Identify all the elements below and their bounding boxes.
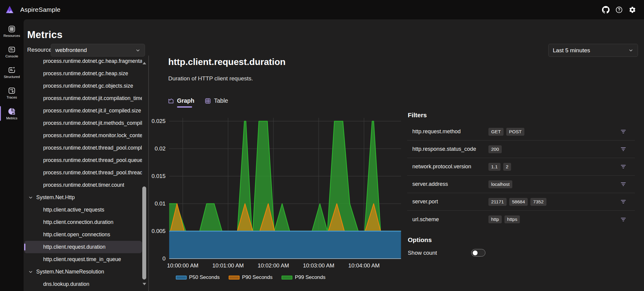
- legend-item[interactable]: P99 Seconds: [282, 274, 325, 280]
- sidebar-item-metrics[interactable]: Metrics: [0, 105, 24, 122]
- sidebar-item-resources[interactable]: Resources: [0, 23, 24, 39]
- metric-group-row[interactable]: System.Net.Http: [24, 191, 142, 204]
- scrollbar-down-arrow[interactable]: [143, 283, 146, 285]
- metric-item-row[interactable]: process.runtime.dotnet.gc.objects.size: [24, 80, 142, 92]
- metric-label: process.runtime.dotnet.thread_pool.compl…: [43, 145, 142, 151]
- filter-icon[interactable]: [620, 163, 626, 170]
- metrics-chart: 00.0050.010.0150.020.02510:00:00 AM10:01…: [151, 117, 404, 270]
- chart-legend: P50 SecondsP90 SecondsP99 Seconds: [176, 274, 325, 280]
- tab-table[interactable]: Table: [204, 97, 228, 108]
- svg-text:0.01: 0.01: [155, 200, 166, 207]
- svg-text:0.005: 0.005: [152, 228, 166, 234]
- filter-icon[interactable]: [620, 146, 626, 152]
- metric-label: http.client.connection.duration: [43, 219, 114, 225]
- metric-item-row[interactable]: process.runtime.dotnet.timer.count: [24, 179, 142, 191]
- sidebar-item-traces[interactable]: Traces: [0, 85, 24, 101]
- tab-graph[interactable]: Graph: [168, 97, 194, 108]
- metric-item-row[interactable]: process.runtime.dotnet.jit.methods_compi…: [24, 117, 142, 129]
- metric-item-row[interactable]: process.runtime.dotnet.monitor.lock_cont…: [24, 129, 142, 142]
- metric-item-row[interactable]: http.client.request.time_in_queue: [24, 253, 142, 266]
- filter-value-badge: GET: [488, 128, 504, 136]
- svg-text:10:02:00 AM: 10:02:00 AM: [258, 262, 289, 269]
- filter-values: GETPOST: [488, 128, 524, 136]
- filter-icon[interactable]: [620, 181, 626, 187]
- resources-icon: [8, 25, 16, 33]
- filter-row: server.port21171586847352: [407, 193, 635, 211]
- metric-label: System.Net.Http: [36, 194, 75, 201]
- metric-label: http.client.request.time_in_queue: [43, 256, 121, 263]
- legend-label: P50 Seconds: [189, 274, 220, 280]
- sidebar-item-console[interactable]: Console: [0, 44, 24, 60]
- metric-item-row[interactable]: process.runtime.dotnet.thread_pool.threa…: [24, 167, 142, 179]
- filter-icon[interactable]: [620, 199, 626, 205]
- resource-select[interactable]: webfrontend: [51, 44, 145, 57]
- filter-value-badge: 7352: [530, 198, 546, 206]
- main-panel: Metrics Resource webfrontend Last 5 minu…: [24, 19, 644, 291]
- filter-label: url.scheme: [412, 216, 488, 223]
- metric-label: System.Net.NameResolution: [36, 269, 104, 275]
- help-icon[interactable]: [615, 6, 623, 14]
- filter-value-badge: localhost: [488, 180, 512, 188]
- svg-text:0: 0: [163, 255, 166, 262]
- metric-item-row[interactable]: process.runtime.dotnet.gc.heap.size: [24, 67, 142, 80]
- legend-swatch: [282, 276, 292, 280]
- metric-item-row[interactable]: http.client.connection.duration: [24, 216, 142, 228]
- metric-item-row[interactable]: http.client.active_requests: [24, 204, 142, 216]
- svg-text:0.02: 0.02: [155, 145, 166, 152]
- brand: AspireSample: [0, 5, 60, 14]
- legend-item[interactable]: P90 Seconds: [229, 274, 272, 280]
- scrollbar-thumb[interactable]: [142, 186, 146, 280]
- legend-item[interactable]: P50 Seconds: [176, 274, 220, 280]
- metric-item-row[interactable]: process.runtime.dotnet.jit.il_compiled.s…: [24, 105, 142, 117]
- svg-text:10:01:00 AM: 10:01:00 AM: [212, 262, 244, 269]
- filters-panel: Filters http.request.methodGETPOSThttp.r…: [407, 112, 635, 228]
- tab-label: Table: [214, 97, 228, 104]
- metric-item-row[interactable]: dns.lookup.duration: [24, 278, 142, 290]
- sidebar-item-label: Traces: [7, 95, 17, 99]
- legend-swatch: [176, 276, 187, 280]
- svg-text:10:03:00 AM: 10:03:00 AM: [303, 262, 334, 269]
- filter-values: 200: [488, 145, 502, 153]
- metric-label: process.runtime.dotnet.jit.il_compiled.s…: [43, 108, 141, 114]
- metric-group-row[interactable]: System.Net.NameResolution: [24, 266, 142, 278]
- show-count-toggle[interactable]: [471, 249, 485, 257]
- svg-text:0.025: 0.025: [152, 118, 166, 124]
- sidebar-item-label: Resources: [4, 34, 20, 37]
- graph-icon: [168, 98, 174, 104]
- scrollbar-up-arrow[interactable]: [143, 62, 146, 64]
- filter-label: server.port: [412, 199, 488, 205]
- chevron-down-icon: [628, 48, 633, 53]
- sidebar-item-label: Metrics: [6, 116, 17, 120]
- time-range-select[interactable]: Last 5 minutes: [548, 44, 638, 57]
- topbar: AspireSample: [0, 0, 644, 19]
- metric-item-row[interactable]: process.runtime.dotnet.gc.heap.fragmenta…: [24, 55, 142, 67]
- metric-label: process.runtime.dotnet.jit.methods_compi…: [43, 120, 142, 126]
- metric-item-row[interactable]: process.runtime.dotnet.jit.compilation_t…: [24, 92, 142, 105]
- sidebar-item-label: Structured: [4, 75, 20, 79]
- svg-text:10:04:00 AM: 10:04:00 AM: [348, 262, 380, 269]
- settings-icon[interactable]: [628, 6, 636, 14]
- filter-label: network.protocol.version: [412, 163, 488, 170]
- metric-label: process.runtime.dotnet.gc.objects.size: [43, 83, 133, 89]
- sidebar-item-structured[interactable]: Structured: [0, 64, 24, 80]
- metrics-icon: [8, 107, 16, 115]
- github-icon[interactable]: [602, 6, 610, 14]
- table-icon: [204, 98, 211, 104]
- filter-icon[interactable]: [620, 128, 626, 135]
- chart-canvas: 00.0050.010.0150.020.02510:00:00 AM10:01…: [151, 117, 404, 270]
- legend-swatch: [229, 276, 240, 280]
- page-title: Metrics: [27, 29, 63, 40]
- metric-item-row[interactable]: http.client.request.duration: [24, 241, 142, 253]
- filter-icon[interactable]: [620, 216, 626, 223]
- metric-item-row[interactable]: http.client.open_connections: [24, 228, 142, 241]
- filter-value-badge: 2: [503, 163, 511, 171]
- chart-subtitle: Duration of HTTP client requests.: [168, 75, 253, 82]
- metric-label: http.client.open_connections: [43, 231, 110, 238]
- metric-item-row[interactable]: process.runtime.dotnet.thread_pool.compl…: [24, 142, 142, 154]
- metric-item-row[interactable]: process.runtime.dotnet.thread_pool.queue…: [24, 154, 142, 167]
- metric-label: dns.lookup.duration: [43, 281, 89, 287]
- time-range-value: Last 5 minutes: [553, 47, 590, 54]
- app-title: AspireSample: [20, 6, 60, 13]
- panel-splitter[interactable]: [148, 56, 149, 291]
- chevron-down-icon: [135, 48, 140, 53]
